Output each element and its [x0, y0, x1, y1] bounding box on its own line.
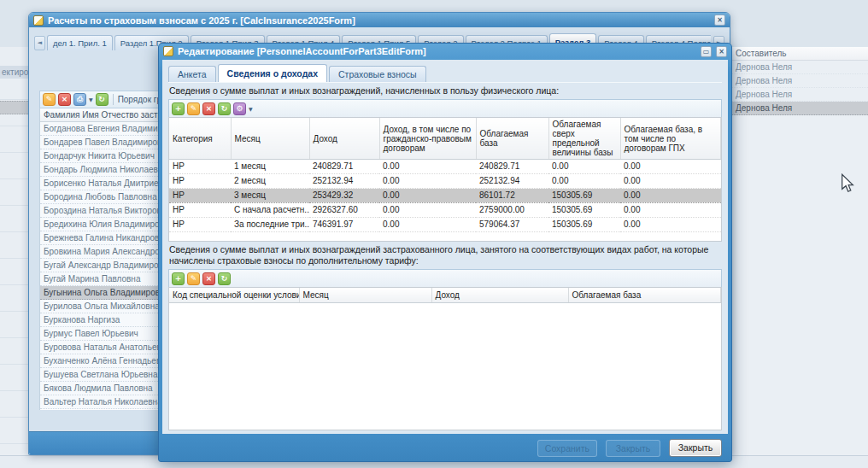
- income-table-row[interactable]: НР 1 месяц 240829.71 0.00 240829.71 0.00…: [169, 160, 721, 174]
- income-table: Категория Месяц Доход Доход, в том числе…: [169, 118, 721, 232]
- cell-income: 746391.97: [309, 218, 379, 232]
- modal-restore-icon[interactable]: ▭: [701, 46, 712, 57]
- edit-icon[interactable]: ✎: [187, 102, 200, 115]
- cell-taxable-base: 86101.72: [476, 189, 548, 203]
- modal-tab[interactable]: Сведения о доходах: [218, 64, 327, 82]
- actions-caret-icon[interactable]: ▼: [249, 106, 253, 112]
- cell-category: НР: [169, 218, 231, 232]
- column-header-month[interactable]: Месяц: [299, 288, 431, 302]
- cell-category: НР: [169, 160, 231, 174]
- edit-form-icon: [163, 46, 173, 56]
- cell-income: 2926327.60: [309, 203, 379, 218]
- background-left-selected-row: [0, 101, 28, 114]
- section-tab[interactable]: дел 1. Прил. 1: [47, 35, 113, 50]
- delete-icon[interactable]: ×: [202, 272, 215, 285]
- main-window-close-icon[interactable]: ×: [714, 15, 725, 26]
- modal-close-icon[interactable]: ×: [716, 46, 727, 57]
- column-header-category[interactable]: Категория: [169, 118, 231, 160]
- background-grid: Составитель Дернова Неля Дернова Неля Де…: [732, 47, 868, 455]
- cell-over-limit: 150305.69: [548, 203, 620, 218]
- column-header-base-gpc[interactable]: Облагаемая база, в том числе по договора…: [620, 118, 721, 160]
- composer-row[interactable]: Дернова Неля: [732, 61, 868, 74]
- cell-over-limit: 0.00: [548, 174, 620, 189]
- modal-tab[interactable]: Страховые взносы: [329, 66, 426, 82]
- print-menu-caret-icon[interactable]: ▼: [89, 97, 93, 102]
- cell-category: НР: [169, 174, 231, 189]
- cell-category: НР: [169, 189, 231, 203]
- special-section-label: Сведения о сумме выплат и иных вознаграж…: [169, 244, 722, 266]
- composer-column-header[interactable]: Составитель: [732, 47, 868, 61]
- income-table-row[interactable]: НР С начала расчетн... 2926327.60 0.00 2…: [169, 203, 721, 218]
- column-header-taxable-base[interactable]: Облагаемая база: [476, 118, 548, 160]
- cell-base-gpc: 0.00: [620, 189, 721, 203]
- cell-income-gpc: 0.00: [379, 160, 476, 174]
- income-table-row[interactable]: НР 3 месяц 253429.32 0.00 86101.72 15030…: [169, 189, 721, 203]
- cell-over-limit: 0.00: [548, 160, 620, 174]
- composer-row[interactable]: Дернова Неля: [732, 102, 868, 115]
- delete-icon[interactable]: ×: [202, 102, 215, 115]
- modal-tab[interactable]: Анкета: [168, 66, 216, 82]
- form-icon: [33, 15, 44, 26]
- income-section-label: Сведения о сумме выплат и иных вознаграж…: [169, 85, 722, 97]
- modal-tabs: Анкета Сведения о доходах Страховые взно…: [168, 65, 722, 83]
- tab-scroll-left-icon[interactable]: ◄: [34, 36, 45, 50]
- cell-base-gpc: 0.00: [620, 218, 721, 232]
- background-window-left-edge: ектиров: [0, 47, 28, 455]
- cell-taxable-base: 240829.71: [476, 160, 548, 174]
- toolbar-separator: [113, 94, 114, 105]
- income-table-row[interactable]: НР За последние три... 746391.97 0.00 57…: [169, 218, 721, 232]
- cell-month: За последние три...: [231, 218, 309, 232]
- column-header-month[interactable]: Месяц: [231, 118, 309, 160]
- edit-icon[interactable]: ✎: [43, 93, 56, 106]
- add-icon[interactable]: +: [172, 272, 185, 285]
- modal-footer: Сохранить Закрыть Закрыть: [159, 435, 731, 461]
- edit-icon[interactable]: ✎: [187, 272, 200, 285]
- edit-modal: Редактирование [PersonnelAccountForPart3…: [158, 43, 732, 462]
- special-assessment-table: Код специальной оценки условий т... Меся…: [169, 288, 721, 303]
- cell-category: НР: [169, 203, 231, 218]
- print-icon[interactable]: ⎙: [73, 93, 86, 106]
- cell-taxable-base: 2759000.00: [476, 203, 548, 218]
- cell-income: 253429.32: [309, 189, 379, 203]
- refresh-icon[interactable]: ↻: [218, 272, 231, 285]
- income-table-row[interactable]: НР 2 месяц 252132.94 0.00 252132.94 0.00…: [169, 174, 721, 189]
- cell-base-gpc: 0.00: [620, 160, 721, 174]
- cell-over-limit: 150305.69: [548, 189, 620, 203]
- cell-income: 252132.94: [309, 174, 379, 189]
- cell-month: 3 месяц: [231, 189, 309, 203]
- cell-over-limit: 150305.69: [548, 218, 620, 232]
- special-toolbar: + ✎ × ↻: [168, 269, 722, 288]
- column-header-taxable-base[interactable]: Облагаемая база: [568, 288, 721, 302]
- cell-month: С начала расчетн...: [231, 203, 309, 218]
- composer-rows: Дернова Неля Дернова Неля Дернова Неля Д…: [732, 61, 868, 115]
- cell-income-gpc: 0.00: [379, 203, 476, 218]
- column-header-over-limit[interactable]: Облагаемая сверх предельной величины баз…: [548, 118, 620, 160]
- cell-base-gpc: 0.00: [620, 174, 721, 189]
- modal-title: Редактирование [PersonnelAccountForPart3…: [178, 46, 696, 56]
- column-header-assessment-code[interactable]: Код специальной оценки условий т...: [169, 288, 299, 302]
- mouse-cursor: [841, 173, 854, 194]
- cell-income-gpc: 0.00: [379, 189, 476, 203]
- modal-content: Анкета Сведения о доходах Страховые взно…: [162, 60, 728, 434]
- delete-icon[interactable]: ×: [58, 93, 71, 106]
- refresh-icon[interactable]: ↻: [96, 93, 108, 106]
- cell-income-gpc: 0.00: [379, 174, 476, 189]
- close-button-disabled: Закрыть: [606, 440, 660, 457]
- special-table-panel: Код специальной оценки условий т... Меся…: [168, 287, 722, 430]
- save-button: Сохранить: [537, 440, 597, 457]
- actions-icon[interactable]: ⚙: [233, 102, 246, 115]
- cell-income: 240829.71: [309, 160, 379, 174]
- cell-income-gpc: 0.00: [379, 218, 476, 232]
- column-header-income[interactable]: Доход: [431, 288, 568, 302]
- refresh-icon[interactable]: ↻: [218, 102, 231, 115]
- column-header-income[interactable]: Доход: [309, 118, 379, 160]
- composer-row[interactable]: Дернова Неля: [732, 88, 868, 102]
- add-icon[interactable]: +: [172, 102, 185, 115]
- cell-month: 1 месяц: [231, 160, 309, 174]
- composer-row[interactable]: Дернова Неля: [732, 74, 868, 88]
- modal-titlebar: Редактирование [PersonnelAccountForPart3…: [159, 44, 731, 59]
- cell-base-gpc: 0.00: [620, 203, 721, 218]
- column-header-income-gpc[interactable]: Доход, в том числе по гражданско-правовы…: [379, 118, 476, 160]
- main-window-titlebar: Расчеты по страховым взносам с 2025 г. […: [29, 13, 730, 27]
- close-button[interactable]: Закрыть: [669, 439, 722, 457]
